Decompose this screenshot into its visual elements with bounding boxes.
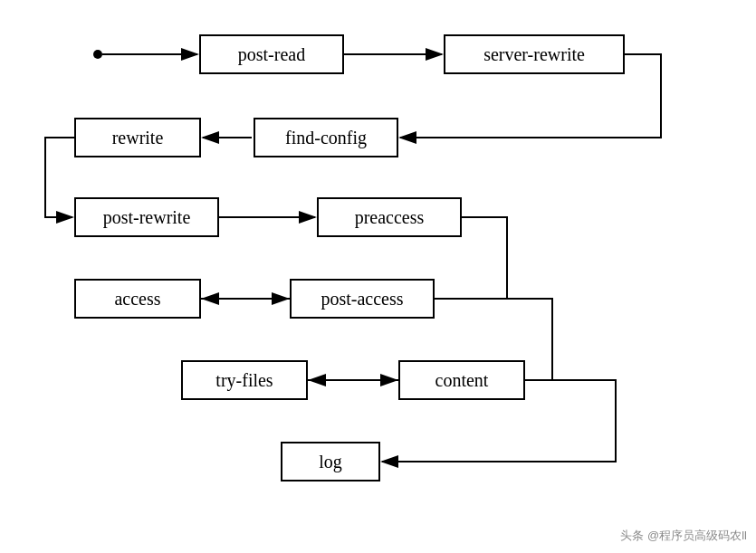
diagram: post-read server-rewrite rewrite find-co… bbox=[0, 0, 756, 553]
box-content: content bbox=[398, 360, 525, 400]
box-post-read: post-read bbox=[199, 34, 344, 74]
box-find-config: find-config bbox=[254, 118, 398, 157]
watermark: 头条 @程序员高级码农ll bbox=[620, 528, 747, 544]
box-try-files: try-files bbox=[181, 360, 308, 400]
svg-point-2 bbox=[93, 50, 102, 59]
box-log: log bbox=[281, 442, 380, 481]
box-post-access: post-access bbox=[290, 279, 435, 319]
box-post-rewrite: post-rewrite bbox=[74, 197, 219, 237]
box-rewrite: rewrite bbox=[74, 118, 201, 157]
box-preaccess: preaccess bbox=[317, 197, 462, 237]
box-access: access bbox=[74, 279, 201, 319]
box-server-rewrite: server-rewrite bbox=[444, 34, 625, 74]
